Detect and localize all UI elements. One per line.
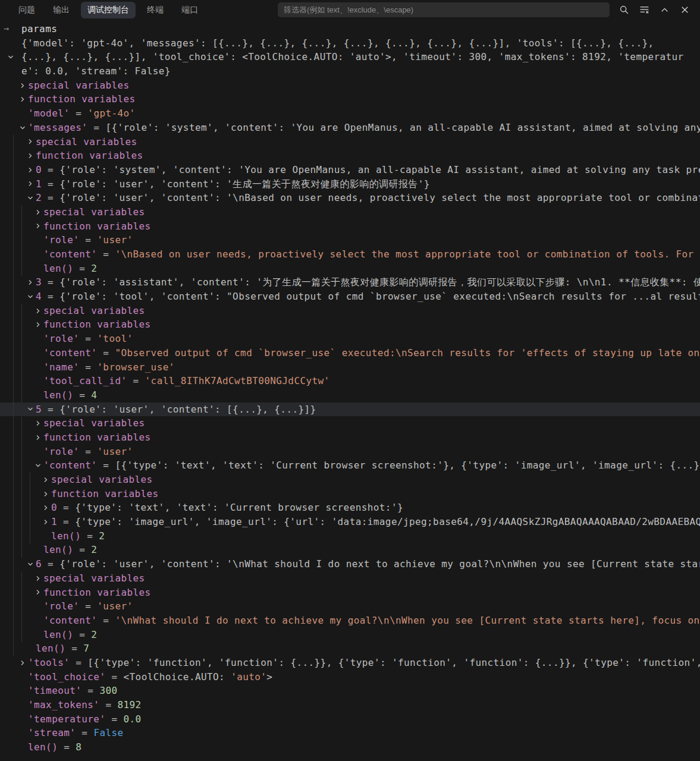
tree-row[interactable]: 'timeout' = 300	[0, 684, 700, 698]
chevron-right-icon[interactable]	[33, 571, 43, 586]
clear-output-icon[interactable]	[637, 3, 651, 17]
tree-row[interactable]: 'role' = 'user'	[0, 599, 700, 614]
chevron-down-icon[interactable]	[26, 557, 35, 571]
chevron-right-icon[interactable]	[41, 515, 51, 529]
tree-row[interactable]: special variables	[0, 304, 700, 318]
close-panel-icon[interactable]	[677, 3, 692, 17]
chevron-right-icon[interactable]	[33, 205, 43, 219]
tree-row[interactable]: 'role' = 'user'	[0, 233, 700, 247]
tree-row[interactable]: special variables	[0, 473, 700, 487]
chevron-right-icon[interactable]	[33, 416, 43, 430]
chevron-right-icon[interactable]	[26, 177, 35, 191]
tree-row[interactable]: 'tool_choice' = <ToolChoice.AUTO: 'auto'…	[0, 670, 700, 684]
tree-row[interactable]: 'tools' = [{'type': 'function', 'functio…	[0, 656, 700, 670]
tab-ports[interactable]: 端口	[175, 2, 205, 18]
tree-row[interactable]: len() = 8	[0, 740, 700, 754]
chevron-right-icon[interactable]	[41, 473, 51, 487]
tree-row[interactable]: 'name' = 'browser_use'	[0, 360, 700, 375]
tree-row[interactable]: 'content' = '\nBased on user needs, proa…	[0, 247, 700, 262]
tree-row[interactable]: 3 = {'role': 'assistant', 'content': '为了…	[0, 275, 700, 290]
row-text: =	[58, 741, 76, 753]
tree-row[interactable]: len() = 2	[0, 529, 700, 543]
tree-row[interactable]: 0 = {'type': 'text', 'text': 'Current br…	[0, 501, 700, 515]
tree-row[interactable]: special variables	[0, 571, 700, 586]
row-text: 300	[99, 685, 117, 696]
tree-row[interactable]: 'tool_call_id' = 'call_8IThK7AdCwtBT00NG…	[0, 374, 700, 388]
debug-console-filter-input[interactable]	[278, 2, 610, 17]
chevron-right-icon[interactable]	[41, 487, 51, 501]
chevron-right-icon[interactable]	[33, 304, 43, 318]
tree-row[interactable]: len() = 2	[0, 628, 700, 642]
row-text: len()	[36, 643, 65, 654]
chevron-right-icon[interactable]	[18, 92, 27, 106]
tree-row[interactable]: function variables	[0, 586, 700, 600]
chevron-down-icon[interactable]	[6, 50, 15, 64]
tree-row[interactable]: 'content' = "Observed output of cmd `bro…	[0, 346, 700, 360]
indent-guide	[21, 417, 22, 558]
tree-row[interactable]: 'role' = 'user'	[0, 445, 700, 459]
output-line[interactable]: {...}, {...}, {...}], 'tool_choice': <To…	[0, 50, 700, 64]
tree-row[interactable]: 'messages' = [{'role': 'system', 'conten…	[0, 121, 700, 135]
chevron-right-icon[interactable]	[33, 586, 43, 600]
tree-row[interactable]: 'content' = [{'type': 'text', 'text': 'C…	[0, 458, 700, 473]
chevron-right-icon[interactable]	[26, 275, 35, 290]
row-text: = {'role': 'user', 'content': '生成一篇关于熬夜对…	[42, 178, 430, 190]
chevron-right-icon[interactable]	[33, 219, 43, 234]
tree-row[interactable]: 4 = {'role': 'tool', 'content': "Observe…	[0, 290, 700, 304]
tree-row[interactable]: special variables	[0, 135, 700, 149]
row-text: = [{'role': 'system', 'content': 'You ar…	[87, 122, 700, 133]
tree-row[interactable]: len() = 2	[0, 262, 700, 276]
chevron-down-icon[interactable]	[26, 191, 35, 205]
tab-debug-console[interactable]: 调试控制台	[81, 2, 136, 18]
tree-row[interactable]: 'max_tokens' = 8192	[0, 698, 700, 712]
chevron-right-icon[interactable]	[26, 149, 35, 163]
tree-row[interactable]: 2 = {'role': 'user', 'content': '\nBased…	[0, 191, 700, 205]
tree-row[interactable]: 0 = {'role': 'system', 'content': 'You a…	[0, 163, 700, 177]
search-icon[interactable]	[617, 3, 631, 17]
tree-row[interactable]: special variables	[0, 78, 700, 93]
chevron-down-icon[interactable]	[18, 121, 27, 135]
tree-row[interactable]: 'role' = 'tool'	[0, 332, 700, 346]
tree-row[interactable]: len() = 2	[0, 543, 700, 557]
chevron-right-icon[interactable]	[41, 501, 51, 515]
tree-row[interactable]: 1 = {'type': 'image_url', 'image_url': {…	[0, 515, 700, 529]
tab-output[interactable]: 输出	[46, 2, 76, 18]
tree-row[interactable]: function variables	[0, 149, 700, 163]
repl-input-row[interactable]: →params	[0, 22, 700, 36]
output-line[interactable]: e': 0.0, 'stream': False}	[0, 64, 700, 78]
tree-row[interactable]: 'content' = '\nWhat should I do next to …	[0, 614, 700, 628]
row-text: =	[73, 544, 91, 555]
chevron-right-icon[interactable]	[18, 78, 27, 93]
chevron-down-icon[interactable]	[26, 402, 35, 417]
row-text: 'tools'	[28, 657, 70, 668]
tree-row[interactable]: special variables	[0, 416, 700, 430]
chevron-right-icon[interactable]	[18, 656, 27, 670]
tree-row[interactable]: function variables	[0, 317, 700, 332]
row-text: 1	[51, 516, 57, 527]
tree-row[interactable]: function variables	[0, 430, 700, 445]
output-line[interactable]: {'model': 'gpt-4o', 'messages': [{...}, …	[0, 36, 700, 51]
tree-row[interactable]: 'model' = 'gpt-4o'	[0, 106, 700, 121]
tree-row[interactable]: special variables	[0, 205, 700, 219]
tree-row[interactable]: function variables	[0, 487, 700, 501]
tab-terminal[interactable]: 终端	[140, 2, 170, 18]
tree-row[interactable]: 6 = {'role': 'user', 'content': '\nWhat …	[0, 557, 700, 571]
tree-row[interactable]: 1 = {'role': 'user', 'content': '生成一篇关于熬…	[0, 177, 700, 191]
tab-problems[interactable]: 问题	[12, 2, 42, 18]
debug-console-output[interactable]: →params{'model': 'gpt-4o', 'messages': […	[0, 20, 700, 761]
chevron-right-icon[interactable]	[33, 430, 43, 445]
row-text: 3	[36, 276, 42, 288]
chevron-down-icon[interactable]	[26, 290, 35, 304]
tree-row[interactable]: function variables	[0, 92, 700, 106]
tree-row[interactable]: len() = 4	[0, 388, 700, 402]
maximize-panel-icon[interactable]	[657, 3, 671, 17]
tree-row[interactable]: 5 = {'role': 'user', 'content': [{...}, …	[0, 402, 700, 417]
tree-row[interactable]: 'stream' = False	[0, 726, 700, 740]
tree-row[interactable]: function variables	[0, 219, 700, 234]
chevron-down-icon[interactable]	[33, 458, 43, 473]
tree-row[interactable]: 'temperature' = 0.0	[0, 712, 700, 727]
chevron-right-icon[interactable]	[26, 135, 35, 149]
chevron-right-icon[interactable]	[26, 163, 35, 177]
tree-row[interactable]: len() = 7	[0, 641, 700, 656]
chevron-right-icon[interactable]	[33, 317, 43, 332]
